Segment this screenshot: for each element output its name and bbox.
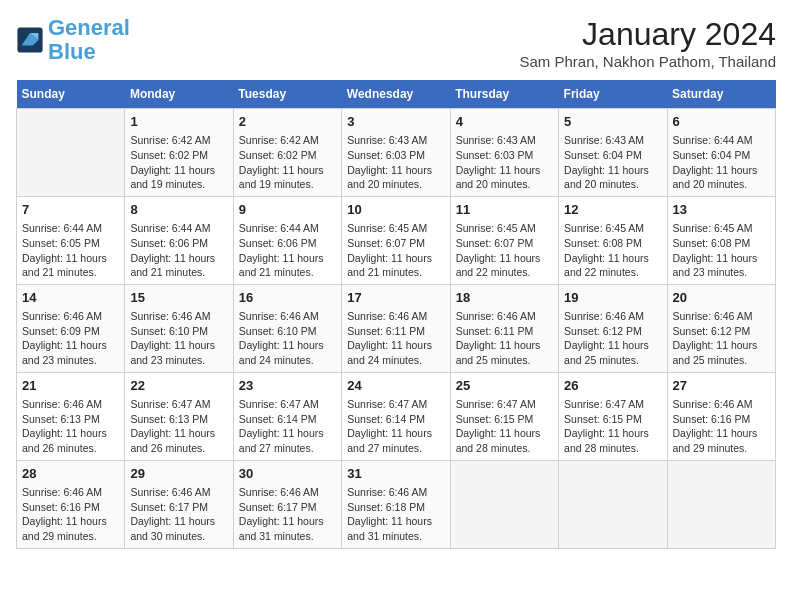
day-info-line: Sunrise: 6:43 AM xyxy=(456,133,553,148)
day-info-line: Daylight: 11 hours xyxy=(22,338,119,353)
day-info-line: Sunrise: 6:46 AM xyxy=(347,309,444,324)
day-info-line: and 30 minutes. xyxy=(130,529,227,544)
day-info-line: Sunrise: 6:42 AM xyxy=(239,133,336,148)
day-info-line: Sunset: 6:06 PM xyxy=(239,236,336,251)
day-info-line: and 19 minutes. xyxy=(239,177,336,192)
calendar-table: SundayMondayTuesdayWednesdayThursdayFrid… xyxy=(16,80,776,549)
day-info-line: Daylight: 11 hours xyxy=(22,426,119,441)
location: Sam Phran, Nakhon Pathom, Thailand xyxy=(519,53,776,70)
day-info-line: Sunset: 6:13 PM xyxy=(22,412,119,427)
day-info-line: Sunrise: 6:43 AM xyxy=(564,133,661,148)
calendar-cell: 20Sunrise: 6:46 AMSunset: 6:12 PMDayligh… xyxy=(667,284,775,372)
logo: General Blue xyxy=(16,16,130,64)
day-info-line: Sunrise: 6:46 AM xyxy=(130,309,227,324)
day-info-line: Daylight: 11 hours xyxy=(130,251,227,266)
day-info-line: Sunrise: 6:47 AM xyxy=(456,397,553,412)
day-info-line: Sunrise: 6:44 AM xyxy=(22,221,119,236)
calendar-cell: 29Sunrise: 6:46 AMSunset: 6:17 PMDayligh… xyxy=(125,460,233,548)
calendar-cell: 30Sunrise: 6:46 AMSunset: 6:17 PMDayligh… xyxy=(233,460,341,548)
day-info-line: Sunrise: 6:46 AM xyxy=(347,485,444,500)
day-number: 21 xyxy=(22,377,119,395)
day-info-line: and 31 minutes. xyxy=(239,529,336,544)
day-info-line: Sunset: 6:07 PM xyxy=(347,236,444,251)
calendar-cell: 1Sunrise: 6:42 AMSunset: 6:02 PMDaylight… xyxy=(125,109,233,197)
day-info-line: and 23 minutes. xyxy=(130,353,227,368)
day-number: 22 xyxy=(130,377,227,395)
weekday-header-thursday: Thursday xyxy=(450,80,558,109)
calendar-week-5: 28Sunrise: 6:46 AMSunset: 6:16 PMDayligh… xyxy=(17,460,776,548)
day-number: 27 xyxy=(673,377,770,395)
day-info-line: Sunrise: 6:42 AM xyxy=(130,133,227,148)
day-info-line: and 23 minutes. xyxy=(673,265,770,280)
day-info-line: Daylight: 11 hours xyxy=(347,426,444,441)
day-info-line: Daylight: 11 hours xyxy=(239,426,336,441)
day-info-line: and 20 minutes. xyxy=(673,177,770,192)
day-info-line: Sunset: 6:04 PM xyxy=(564,148,661,163)
day-info-line: and 28 minutes. xyxy=(456,441,553,456)
day-info-line: Daylight: 11 hours xyxy=(347,514,444,529)
day-info-line: Sunrise: 6:46 AM xyxy=(22,397,119,412)
day-info-line: Daylight: 11 hours xyxy=(564,251,661,266)
day-info-line: Daylight: 11 hours xyxy=(564,163,661,178)
calendar-cell: 18Sunrise: 6:46 AMSunset: 6:11 PMDayligh… xyxy=(450,284,558,372)
day-info-line: and 25 minutes. xyxy=(564,353,661,368)
calendar-cell: 21Sunrise: 6:46 AMSunset: 6:13 PMDayligh… xyxy=(17,372,125,460)
calendar-cell: 23Sunrise: 6:47 AMSunset: 6:14 PMDayligh… xyxy=(233,372,341,460)
day-number: 3 xyxy=(347,113,444,131)
calendar-cell: 28Sunrise: 6:46 AMSunset: 6:16 PMDayligh… xyxy=(17,460,125,548)
day-info-line: Daylight: 11 hours xyxy=(22,251,119,266)
day-info-line: Sunset: 6:14 PM xyxy=(347,412,444,427)
month-title: January 2024 xyxy=(519,16,776,53)
day-info-line: Daylight: 11 hours xyxy=(564,426,661,441)
logo-text: General Blue xyxy=(48,16,130,64)
day-info-line: and 22 minutes. xyxy=(564,265,661,280)
day-info-line: Daylight: 11 hours xyxy=(239,163,336,178)
day-info-line: Sunset: 6:08 PM xyxy=(564,236,661,251)
day-info-line: Daylight: 11 hours xyxy=(22,514,119,529)
day-info-line: and 25 minutes. xyxy=(456,353,553,368)
page-header: General Blue January 2024 Sam Phran, Nak… xyxy=(16,16,776,70)
day-info-line: and 21 minutes. xyxy=(130,265,227,280)
calendar-cell: 5Sunrise: 6:43 AMSunset: 6:04 PMDaylight… xyxy=(559,109,667,197)
day-info-line: and 21 minutes. xyxy=(22,265,119,280)
day-number: 4 xyxy=(456,113,553,131)
day-info-line: Sunset: 6:10 PM xyxy=(130,324,227,339)
day-info-line: Daylight: 11 hours xyxy=(673,338,770,353)
day-info-line: Sunset: 6:16 PM xyxy=(22,500,119,515)
day-info-line: Sunset: 6:02 PM xyxy=(130,148,227,163)
day-info-line: Daylight: 11 hours xyxy=(347,338,444,353)
calendar-week-2: 7Sunrise: 6:44 AMSunset: 6:05 PMDaylight… xyxy=(17,196,776,284)
calendar-cell: 7Sunrise: 6:44 AMSunset: 6:05 PMDaylight… xyxy=(17,196,125,284)
calendar-cell: 22Sunrise: 6:47 AMSunset: 6:13 PMDayligh… xyxy=(125,372,233,460)
day-number: 15 xyxy=(130,289,227,307)
day-info-line: Sunset: 6:12 PM xyxy=(564,324,661,339)
calendar-cell: 14Sunrise: 6:46 AMSunset: 6:09 PMDayligh… xyxy=(17,284,125,372)
calendar-week-3: 14Sunrise: 6:46 AMSunset: 6:09 PMDayligh… xyxy=(17,284,776,372)
weekday-header-monday: Monday xyxy=(125,80,233,109)
day-info-line: Daylight: 11 hours xyxy=(130,426,227,441)
calendar-cell: 6Sunrise: 6:44 AMSunset: 6:04 PMDaylight… xyxy=(667,109,775,197)
day-info-line: Sunset: 6:07 PM xyxy=(456,236,553,251)
calendar-cell: 24Sunrise: 6:47 AMSunset: 6:14 PMDayligh… xyxy=(342,372,450,460)
day-number: 7 xyxy=(22,201,119,219)
day-number: 26 xyxy=(564,377,661,395)
day-info-line: Sunrise: 6:45 AM xyxy=(347,221,444,236)
day-number: 8 xyxy=(130,201,227,219)
weekday-header-row: SundayMondayTuesdayWednesdayThursdayFrid… xyxy=(17,80,776,109)
calendar-cell: 3Sunrise: 6:43 AMSunset: 6:03 PMDaylight… xyxy=(342,109,450,197)
calendar-week-1: 1Sunrise: 6:42 AMSunset: 6:02 PMDaylight… xyxy=(17,109,776,197)
day-number: 30 xyxy=(239,465,336,483)
day-info-line: Daylight: 11 hours xyxy=(239,514,336,529)
calendar-cell: 4Sunrise: 6:43 AMSunset: 6:03 PMDaylight… xyxy=(450,109,558,197)
day-info-line: Daylight: 11 hours xyxy=(456,426,553,441)
day-info-line: and 24 minutes. xyxy=(239,353,336,368)
day-info-line: Sunset: 6:10 PM xyxy=(239,324,336,339)
calendar-body: 1Sunrise: 6:42 AMSunset: 6:02 PMDaylight… xyxy=(17,109,776,549)
calendar-cell: 2Sunrise: 6:42 AMSunset: 6:02 PMDaylight… xyxy=(233,109,341,197)
day-number: 13 xyxy=(673,201,770,219)
day-info-line: Sunset: 6:14 PM xyxy=(239,412,336,427)
day-info-line: and 25 minutes. xyxy=(673,353,770,368)
day-info-line: Daylight: 11 hours xyxy=(456,251,553,266)
day-info-line: Sunrise: 6:43 AM xyxy=(347,133,444,148)
calendar-cell: 9Sunrise: 6:44 AMSunset: 6:06 PMDaylight… xyxy=(233,196,341,284)
